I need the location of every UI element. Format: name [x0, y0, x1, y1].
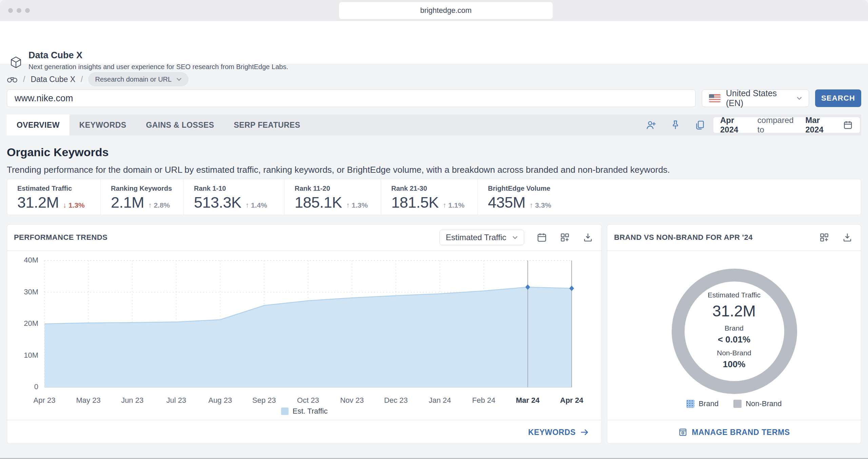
add-to-dashboard-icon[interactable] [819, 232, 830, 243]
breadcrumb-separator: / [23, 75, 25, 84]
manage-brand-terms-icon [678, 427, 688, 437]
brand-panel-footer: MANAGE BRAND TERMS [607, 420, 861, 444]
stat-estimated-traffic: Estimated Traffic31.2M↓ 1.3% [7, 179, 100, 215]
metric-select[interactable]: Estimated Traffic [439, 230, 524, 245]
search-row: United States (EN) SEARCH [7, 89, 861, 107]
stat-label: Rank 1-10 [194, 185, 284, 192]
brand-vs-nonbrand-panel: BRAND VS NON-BRAND FOR APR '24 Estimated… [607, 224, 861, 444]
x-tick: Dec 23 [384, 396, 408, 405]
chevron-down-icon [176, 78, 182, 81]
x-tick: Jan 24 [429, 396, 451, 405]
x-tick: Oct 23 [297, 396, 319, 405]
stat-value: 181.5K [391, 194, 439, 211]
stat-label: Estimated Traffic [17, 185, 100, 192]
browser-url-bar[interactable]: brightedge.com [339, 2, 553, 19]
performance-trends-title: PERFORMANCE TRENDS [14, 233, 107, 242]
donut-center-value: 31.2M [607, 302, 861, 320]
est-traffic-swatch [281, 408, 289, 415]
tab-keywords[interactable]: KEYWORDS [70, 114, 136, 135]
breadcrumb: / Data Cube X / Research domain or URL [7, 71, 189, 87]
search-button[interactable]: SEARCH [815, 89, 861, 107]
calendar-icon[interactable] [536, 232, 547, 243]
donut-nonbrand-label: Non-Brand [607, 349, 861, 357]
x-tick: Mar 24 [516, 396, 540, 405]
x-tick: Nov 23 [340, 396, 364, 405]
x-tick: Jun 23 [121, 396, 143, 405]
share-user-icon[interactable] [646, 120, 656, 130]
y-tick: 40M [7, 256, 38, 265]
arrow-right-icon [580, 427, 589, 437]
x-tick: May 23 [76, 396, 101, 405]
window-dot[interactable] [25, 8, 30, 13]
donut-brand-value: < 0.01% [607, 334, 861, 345]
keywords-link[interactable]: KEYWORDS [528, 427, 589, 437]
stat-label: BrightEdge Volume [488, 185, 861, 192]
date-end: Mar 2024 [805, 116, 840, 134]
research-mode-pill[interactable]: Research domain or URL [88, 72, 189, 86]
date-connector: compared to [757, 116, 802, 134]
page-subtitle: Next generation insights and user experi… [28, 63, 288, 71]
performance-trends-controls: Estimated Traffic [439, 230, 593, 245]
stat-delta: ↑ 1.4% [245, 201, 267, 209]
brand-swatch [686, 400, 694, 408]
date-range-picker[interactable]: Apr 2024 compared to Mar 2024 [713, 117, 860, 133]
donut-center-text: Estimated Traffic 31.2M Brand < 0.01% No… [607, 291, 861, 374]
chevron-down-icon [797, 97, 802, 100]
y-tick: 10M [7, 351, 38, 360]
donut-center-label: Estimated Traffic [607, 291, 861, 299]
manage-brand-terms-link[interactable]: MANAGE BRAND TERMS [678, 427, 790, 437]
brand-panel-title: BRAND VS NON-BRAND FOR APR '24 [614, 233, 753, 242]
research-mode-label: Research domain or URL [95, 76, 172, 83]
tabs: OVERVIEWKEYWORDSGAINS & LOSSESSERP FEATU… [7, 114, 310, 135]
stat-ranking-keywords: Ranking Keywords2.1M↑ 2.8% [100, 179, 183, 215]
keywords-link-label: KEYWORDS [528, 428, 576, 437]
performance-trends-header: PERFORMANCE TRENDS Estimated Traffic [7, 225, 601, 250]
tab-bar-actions [646, 120, 705, 130]
window-dot[interactable] [17, 8, 21, 13]
research-icon [7, 75, 18, 83]
window-dot[interactable] [8, 8, 13, 13]
add-to-dashboard-icon[interactable] [559, 232, 570, 243]
x-tick: Feb 24 [472, 396, 496, 405]
stat-delta: ↑ 2.8% [148, 201, 170, 209]
country-select[interactable]: United States (EN) [702, 89, 809, 107]
tab-serp-features[interactable]: SERP FEATURES [224, 114, 310, 135]
date-start: Apr 2024 [720, 116, 754, 134]
x-tick: Aug 23 [208, 396, 232, 405]
stat-value: 435M [488, 194, 526, 211]
breadcrumb-datacube[interactable]: Data Cube X [31, 75, 75, 84]
breadcrumb-separator: / [81, 75, 83, 84]
stat-value: 2.1M [111, 194, 144, 211]
copy-icon[interactable] [694, 120, 705, 130]
download-icon[interactable] [842, 232, 853, 243]
stat-rank-11-20: Rank 11-20185.1K↑ 1.3% [284, 179, 381, 215]
donut-brand-label: Brand [607, 324, 861, 332]
stat-rank-1-10: Rank 1-10513.3K↑ 1.4% [183, 179, 284, 215]
pin-icon[interactable] [670, 120, 681, 130]
manage-brand-terms-label: MANAGE BRAND TERMS [692, 428, 790, 437]
url-text: brightedge.com [420, 6, 472, 15]
chart-legend: Est. Traffic [7, 407, 601, 416]
y-tick: 30M [7, 288, 38, 296]
legend-item-brand: Brand [686, 399, 718, 408]
tab-overview[interactable]: OVERVIEW [7, 114, 70, 135]
performance-trends-panel: PERFORMANCE TRENDS Estimated Traffic 010… [7, 224, 602, 444]
performance-trends-footer: KEYWORDS [7, 420, 601, 444]
donut-nonbrand-value: 100% [607, 359, 861, 370]
chevron-down-icon [512, 236, 518, 239]
section-description: Trending performance for the domain or U… [7, 165, 670, 175]
trend-area-chart[interactable] [7, 250, 602, 411]
nonbrand-swatch [733, 400, 742, 408]
stat-delta: ↑ 3.3% [530, 201, 551, 209]
domain-input[interactable] [7, 89, 696, 107]
tab-gains-losses[interactable]: GAINS & LOSSES [136, 114, 224, 135]
stat-delta: ↑ 1.1% [443, 201, 465, 209]
country-label: United States (EN) [726, 88, 791, 108]
stat-label: Rank 21-30 [391, 185, 477, 192]
brand-panel-controls [819, 232, 853, 243]
tab-bar: OVERVIEWKEYWORDSGAINS & LOSSESSERP FEATU… [7, 114, 861, 135]
window-controls[interactable] [8, 8, 30, 13]
y-tick: 0 [7, 382, 38, 391]
brand-panel-header: BRAND VS NON-BRAND FOR APR '24 [607, 225, 861, 250]
download-icon[interactable] [583, 232, 593, 243]
